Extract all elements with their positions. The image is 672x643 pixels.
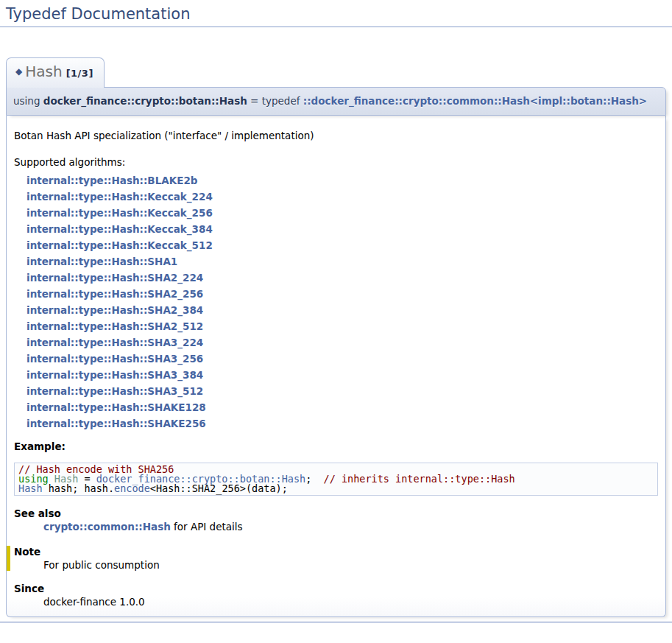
algorithm-link[interactable]: internal::type::Hash::SHA3_256 <box>26 351 203 367</box>
code-link[interactable]: encode <box>114 482 150 494</box>
see-also-section: See also crypto::common::Hash for API de… <box>14 507 658 533</box>
algorithm-link[interactable]: internal::type::Hash::Keccak_384 <box>26 221 213 237</box>
algorithm-link[interactable]: internal::type::Hash::SHAKE128 <box>26 399 206 415</box>
code-token-plain: hash; hash. <box>43 482 115 494</box>
typedef-documentation-page: Typedef Documentation ◆Hash[1/3] using d… <box>0 0 672 617</box>
algorithm-link[interactable]: internal::type::Hash::Keccak_512 <box>26 237 213 253</box>
declaration-connector: = typedef <box>250 95 300 107</box>
algorithm-link[interactable]: internal::type::Hash::Keccak_224 <box>26 189 213 205</box>
code-token-plain: <Hash::SHA2_256>(data); <box>150 482 288 494</box>
algorithm-link[interactable]: internal::type::Hash::BLAKE2b <box>26 172 197 189</box>
supported-algorithms-label: Supported algorithms: <box>14 154 658 170</box>
algorithm-link[interactable]: internal::type::Hash::SHA2_512 <box>26 318 203 334</box>
member-tab-name: Hash <box>25 63 62 80</box>
algorithm-link[interactable]: internal::type::Hash::SHA3_384 <box>26 367 203 383</box>
since-section: Since docker-finance 1.0.0 <box>14 583 658 608</box>
code-link[interactable]: Hash <box>18 482 43 494</box>
algorithm-link[interactable]: internal::type::Hash::SHAKE256 <box>26 415 206 432</box>
member-documentation: Botan Hash API specialization ("interfac… <box>6 116 666 617</box>
code-token-comment: // inherits internal::type::Hash <box>324 473 515 485</box>
see-also-heading: See also <box>14 507 658 519</box>
algorithm-link[interactable]: internal::type::Hash::SHA2_224 <box>26 270 203 286</box>
page-title: Typedef Documentation <box>0 0 672 27</box>
note-heading: Note <box>14 546 658 558</box>
member-tab-hash[interactable]: ◆Hash[1/3] <box>6 57 105 88</box>
see-also-text: for API details <box>171 521 243 533</box>
since-heading: Since <box>14 583 658 594</box>
code-example: // Hash encode with SHA256using Hash = d… <box>14 463 658 496</box>
algorithm-link[interactable]: internal::type::Hash::SHA3_224 <box>26 334 203 351</box>
algorithm-link[interactable]: internal::type::Hash::SHA3_512 <box>26 383 203 399</box>
declaration-keyword: using <box>13 95 40 107</box>
note-text: For public consumption <box>43 559 658 571</box>
note-section: Note For public consumption <box>7 546 658 571</box>
code-token-plain: ; <box>305 473 323 485</box>
algorithm-link[interactable]: internal::type::Hash::SHA2_384 <box>26 302 203 318</box>
algorithm-link[interactable]: internal::type::Hash::SHA1 <box>26 253 177 270</box>
brief-description: Botan Hash API specialization ("interfac… <box>14 130 658 141</box>
typedef-declaration: using docker_finance::crypto::botan::Has… <box>6 87 666 116</box>
example-heading: Example: <box>14 440 658 452</box>
diamond-anchor-icon[interactable]: ◆ <box>15 66 22 77</box>
supported-algorithms-block: Supported algorithms: internal::type::Ha… <box>14 154 658 432</box>
see-also-link[interactable]: crypto::common::Hash <box>43 521 171 533</box>
see-also-content: crypto::common::Hash for API details <box>43 521 658 533</box>
algorithm-link[interactable]: internal::type::Hash::SHA2_256 <box>26 286 203 302</box>
example-section: Example: <box>14 440 658 452</box>
since-text: docker-finance 1.0.0 <box>43 596 658 608</box>
footer-rule <box>0 622 672 623</box>
algorithm-link[interactable]: internal::type::Hash::Keccak_256 <box>26 205 213 221</box>
code-line: Hash hash; hash.encode<Hash::SHA2_256>(d… <box>18 484 654 493</box>
algorithm-link-list: internal::type::Hash::BLAKE2binternal::t… <box>14 172 658 432</box>
typedef-member-hash: ◆Hash[1/3] using docker_finance::crypto:… <box>6 57 666 617</box>
declaration-type-link[interactable]: ::docker_finance::crypto::common::Hash<i… <box>303 95 647 107</box>
overload-badge: [1/3] <box>66 68 93 79</box>
declaration-name: docker_finance::crypto::botan::Hash <box>43 95 247 107</box>
